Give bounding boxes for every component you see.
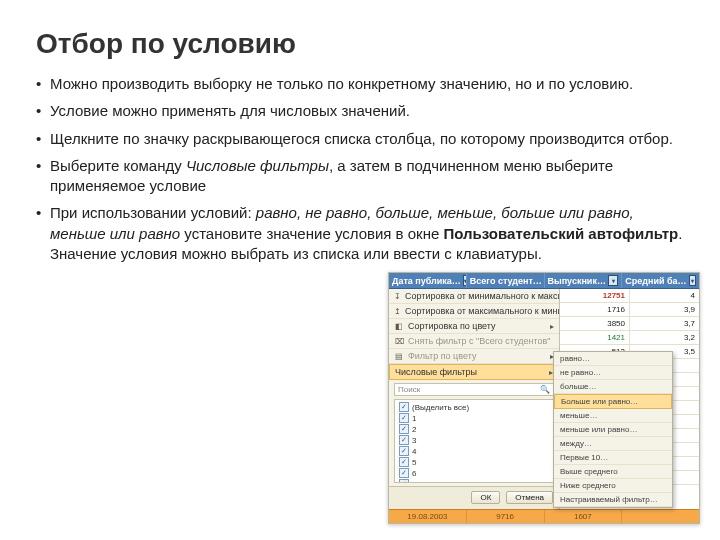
- check-item[interactable]: ✓5: [397, 457, 551, 468]
- checkbox-icon: ✓: [399, 446, 409, 456]
- table-footer-row: 19.08.2003 9716 1607: [389, 509, 699, 523]
- check-item[interactable]: ✓6: [397, 468, 551, 479]
- checkbox-icon: ✓: [399, 479, 409, 483]
- check-select-all[interactable]: ✓(Выделить все): [397, 402, 551, 413]
- sort-asc-icon: ↧: [394, 291, 401, 301]
- check-item[interactable]: ✓1: [397, 413, 551, 424]
- col-header-label: Выпускник…: [548, 276, 606, 286]
- bullet-5-mid: установите значение условия в окне: [180, 225, 443, 242]
- dropdown-icon[interactable]: ▾: [608, 275, 618, 286]
- search-placeholder: Поиск: [398, 385, 420, 394]
- footer-cell: [622, 510, 699, 523]
- checkbox-list[interactable]: ✓(Выделить все) ✓1 ✓2 ✓3 ✓4 ✓5 ✓6 ✓7: [394, 399, 554, 483]
- footer-cell: 1607: [545, 510, 623, 523]
- menu-buttons: ОК Отмена: [389, 486, 559, 509]
- menu-clear-filter: ⌧Снять фильтр с "Всего студентов": [389, 334, 559, 349]
- table-header-row: Дата публика…▾ Всего студент…▾ Выпускник…: [389, 273, 699, 289]
- menu-sort-desc[interactable]: ↥Сортировка от максимального к минимальн…: [389, 304, 559, 319]
- cancel-button[interactable]: Отмена: [506, 491, 553, 504]
- menu-label: Снять фильтр с "Всего студентов": [408, 336, 550, 346]
- number-filters-submenu: равно… не равно… больше… Больше или равн…: [553, 351, 673, 508]
- footer-cell: 19.08.2003: [389, 510, 467, 523]
- check-label: 1: [412, 414, 416, 423]
- bullet-4-em: Числовые фильтры: [186, 157, 329, 174]
- check-label: 7: [412, 480, 416, 484]
- check-label: 6: [412, 469, 416, 478]
- cell: 3,2: [630, 331, 699, 344]
- cell: 1421: [560, 331, 630, 344]
- bullet-3: Щелкните по значку раскрывающегося списк…: [36, 129, 684, 149]
- submenu-item[interactable]: больше…: [554, 380, 672, 394]
- bullet-2: Условие можно применять для числовых зна…: [36, 101, 684, 121]
- footer-cell: 9716: [467, 510, 545, 523]
- menu-sort-asc[interactable]: ↧Сортировка от минимального к максимальн…: [389, 289, 559, 304]
- menu-filter-color: ▤Фильтр по цвету▸: [389, 349, 559, 364]
- clear-icon: ⌧: [394, 336, 404, 346]
- submenu-item-selected[interactable]: Больше или равно…: [554, 394, 672, 409]
- slide-title: Отбор по условию: [36, 28, 684, 60]
- col-header[interactable]: Средний ба…▾: [622, 273, 699, 288]
- submenu-item[interactable]: не равно…: [554, 366, 672, 380]
- submenu-item[interactable]: Первые 10…: [554, 451, 672, 465]
- submenu-item[interactable]: между…: [554, 437, 672, 451]
- submenu-item[interactable]: равно…: [554, 352, 672, 366]
- checkbox-icon: ✓: [399, 402, 409, 412]
- check-label: (Выделить все): [412, 403, 469, 412]
- search-icon: 🔍: [540, 385, 550, 394]
- dropdown-icon[interactable]: ▾: [689, 275, 696, 286]
- cell: 12751: [560, 289, 630, 302]
- check-label: 4: [412, 447, 416, 456]
- bullet-5-pre: При использовании условий:: [50, 204, 256, 221]
- cell: 1716: [560, 303, 630, 316]
- menu-label: Фильтр по цвету: [408, 351, 476, 361]
- col-header-label: Всего студент…: [470, 276, 542, 286]
- menu-label: Числовые фильтры: [395, 367, 477, 377]
- check-label: 2: [412, 425, 416, 434]
- cell: 4: [630, 289, 699, 302]
- checkbox-icon: ✓: [399, 424, 409, 434]
- ok-button[interactable]: ОК: [471, 491, 500, 504]
- menu-label: Сортировка по цвету: [408, 321, 496, 331]
- checkbox-icon: ✓: [399, 413, 409, 423]
- bullet-5-bold: Пользовательский автофильтр: [443, 225, 678, 242]
- submenu-item[interactable]: Настраиваемый фильтр…: [554, 493, 672, 507]
- check-item[interactable]: ✓4: [397, 446, 551, 457]
- bullet-4: Выберите команду Числовые фильтры, а зат…: [36, 156, 684, 197]
- submenu-item[interactable]: Выше среднего: [554, 465, 672, 479]
- bullet-1: Можно производить выборку не только по к…: [36, 74, 684, 94]
- check-label: 3: [412, 436, 416, 445]
- cell: 3,7: [630, 317, 699, 330]
- sort-desc-icon: ↥: [394, 306, 401, 316]
- chevron-right-icon: ▸: [550, 322, 554, 331]
- cell: 3850: [560, 317, 630, 330]
- check-item[interactable]: ✓3: [397, 435, 551, 446]
- submenu-item[interactable]: меньше…: [554, 409, 672, 423]
- menu-number-filters[interactable]: Числовые фильтры▸: [389, 364, 559, 380]
- col-header[interactable]: Выпускник…▾: [545, 273, 623, 288]
- menu-label: Сортировка от минимального к максимально…: [405, 291, 559, 301]
- check-item[interactable]: ✓2: [397, 424, 551, 435]
- excel-screenshot: Дата публика…▾ Всего студент…▾ Выпускник…: [388, 272, 700, 524]
- bullet-4-pre: Выберите команду: [50, 157, 186, 174]
- filter-menu: ↧Сортировка от минимального к максимальн…: [389, 289, 560, 509]
- col-header[interactable]: Всего студент…▾: [467, 273, 545, 288]
- search-input[interactable]: Поиск🔍: [394, 383, 554, 396]
- col-header-label: Дата публика…: [392, 276, 461, 286]
- bullet-5: При использовании условий: равно, не рав…: [36, 203, 684, 264]
- cell: 3,9: [630, 303, 699, 316]
- bullet-list: Можно производить выборку не только по к…: [36, 74, 684, 264]
- check-item[interactable]: ✓7: [397, 479, 551, 483]
- submenu-item[interactable]: меньше или равно…: [554, 423, 672, 437]
- checkbox-icon: ✓: [399, 468, 409, 478]
- menu-label: Сортировка от максимального к минимально…: [405, 306, 559, 316]
- submenu-item[interactable]: Ниже среднего: [554, 479, 672, 493]
- palette-icon: ◧: [394, 321, 404, 331]
- check-label: 5: [412, 458, 416, 467]
- menu-sort-color[interactable]: ◧Сортировка по цвету▸: [389, 319, 559, 334]
- col-header[interactable]: Дата публика…▾: [389, 273, 467, 288]
- checkbox-icon: ✓: [399, 457, 409, 467]
- filter-icon: ▤: [394, 351, 404, 361]
- checkbox-icon: ✓: [399, 435, 409, 445]
- col-header-label: Средний ба…: [625, 276, 686, 286]
